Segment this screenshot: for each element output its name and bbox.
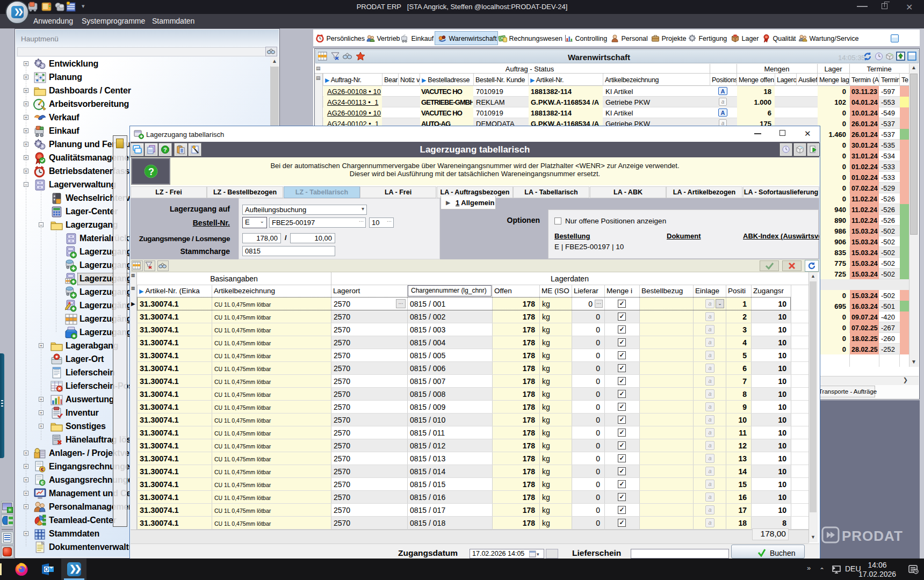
svg-text:€: € xyxy=(41,480,44,485)
svg-text:€: € xyxy=(41,467,44,472)
svg-text:O: O xyxy=(45,567,49,572)
svg-text:▾: ▾ xyxy=(537,552,539,557)
svg-text:PRODAT: PRODAT xyxy=(842,528,903,544)
svg-text:?: ? xyxy=(148,166,154,177)
